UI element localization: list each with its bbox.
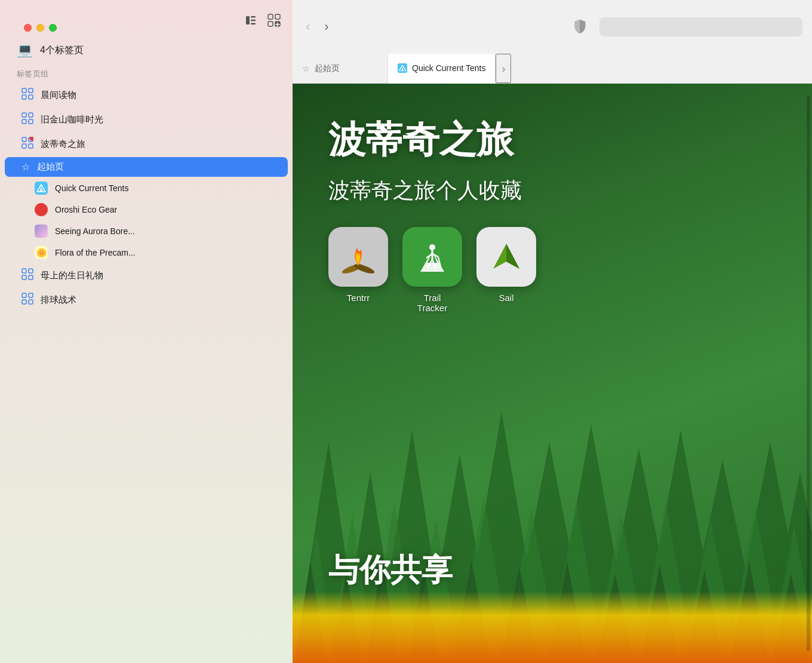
tab-group-icon <box>21 268 33 283</box>
app-icons-row: Tentrr <box>328 227 536 313</box>
device-row[interactable]: 💻 4个标签页 <box>0 32 293 58</box>
tent-tab-favicon <box>398 63 407 73</box>
section-label-tab-groups: 标签页组 <box>0 58 293 83</box>
sail-label: Sail <box>499 293 513 303</box>
app-icon-trail-tracker[interactable]: Trail Tracker <box>402 227 462 313</box>
sail-icon-box <box>476 227 536 287</box>
sidebar-item-bodhi[interactable]: 波蒂奇之旅 <box>5 133 288 156</box>
svg-rect-27 <box>22 275 26 280</box>
fire-strip <box>293 591 812 663</box>
sidebar-item-start-page[interactable]: ☆ 起始页 <box>5 157 288 177</box>
tab-group-icon-badge <box>21 137 33 152</box>
sidebar-toggle-button[interactable] <box>245 14 257 28</box>
sidebar-item-oroshi-eco-gear[interactable]: Oroshi Eco Gear <box>5 199 288 220</box>
trail-tracker-label: Trail Tracker <box>417 293 447 313</box>
sidebar: 💻 4个标签页 标签页组 晨间读物 旧金山咖啡时光 波蒂奇之旅 ☆ <box>0 0 293 663</box>
forward-button[interactable]: › <box>321 17 332 37</box>
browser-tab-start[interactable]: ☆ 起始页 <box>293 54 388 83</box>
svg-rect-20 <box>22 144 26 148</box>
svg-rect-21 <box>29 144 33 148</box>
page-scrollbar[interactable] <box>807 96 810 651</box>
svg-rect-6 <box>268 22 273 26</box>
svg-rect-31 <box>22 300 26 304</box>
sub-tab-label: Quick Current Tents <box>55 183 128 193</box>
minimize-button[interactable] <box>36 24 44 32</box>
browser-tab-tents[interactable]: Quick Current Tents <box>388 54 496 84</box>
sidebar-item-label: 母上的生日礼物 <box>41 270 103 281</box>
svg-rect-2 <box>251 20 256 22</box>
aurora-favicon <box>35 225 48 238</box>
shared-section-heading: 与你共享 <box>328 550 453 591</box>
svg-rect-18 <box>22 137 26 142</box>
svg-rect-16 <box>22 119 26 124</box>
page-main-heading: 波蒂奇之旅 <box>328 119 513 160</box>
sidebar-item-birthday[interactable]: 母上的生日礼物 <box>5 264 288 287</box>
svg-point-22 <box>30 137 34 141</box>
sidebar-item-label: 波蒂奇之旅 <box>41 139 85 150</box>
page-content: 波蒂奇之旅 波蒂奇之旅个人收藏 Tentrr <box>293 84 812 663</box>
laptop-icon: 💻 <box>17 42 33 58</box>
sidebar-item-aurora[interactable]: Seeing Aurora Bore... <box>5 221 288 241</box>
sidebar-item-quick-current-tents[interactable]: Quick Current Tents <box>5 178 288 198</box>
shield-button[interactable] <box>572 19 588 36</box>
sub-tab-label: Flora of the Precam... <box>55 248 136 257</box>
more-tabs-button[interactable]: › <box>496 54 511 83</box>
app-icon-tentrr[interactable]: Tentrr <box>328 227 388 313</box>
svg-marker-84 <box>506 244 519 269</box>
new-tab-group-button[interactable] <box>267 14 281 29</box>
sidebar-item-label: 起始页 <box>37 161 64 173</box>
tab-group-icon <box>21 88 33 103</box>
browser-tab-label: 起始页 <box>315 63 378 74</box>
svg-rect-12 <box>22 95 26 99</box>
tab-group-icon <box>21 293 33 308</box>
svg-point-76 <box>429 244 435 250</box>
svg-rect-29 <box>22 293 26 297</box>
close-button[interactable] <box>24 24 32 32</box>
star-icon: ☆ <box>302 64 310 73</box>
tentrr-label: Tentrr <box>347 293 370 303</box>
svg-rect-4 <box>268 14 273 19</box>
fullscreen-button[interactable] <box>49 24 57 32</box>
page-sub-heading: 波蒂奇之旅个人收藏 <box>328 176 522 205</box>
svg-rect-5 <box>275 14 280 19</box>
browser-area: ‹ › ☆ 起始页 Quick Current Tents › <box>293 0 812 663</box>
sidebar-toolbar-icons <box>245 14 281 29</box>
sidebar-item-label: 晨间读物 <box>41 90 76 101</box>
tab-count-label: 4个标签页 <box>40 44 84 57</box>
svg-rect-30 <box>29 293 33 297</box>
svg-rect-15 <box>29 113 33 117</box>
svg-rect-25 <box>22 269 26 273</box>
sub-tab-label: Oroshi Eco Gear <box>55 205 117 214</box>
tab-group-icon <box>21 112 33 127</box>
address-bar[interactable] <box>599 17 802 36</box>
sidebar-item-flora[interactable]: 🌼 Flora of the Precam... <box>5 243 288 263</box>
sidebar-item-volleyball[interactable]: 排球战术 <box>5 288 288 312</box>
flora-favicon: 🌼 <box>35 246 48 259</box>
sidebar-item-label: 旧金山咖啡时光 <box>41 114 103 125</box>
tent-favicon <box>35 182 48 195</box>
svg-rect-3 <box>251 23 256 25</box>
svg-rect-13 <box>29 95 33 99</box>
tab-bar: ☆ 起始页 Quick Current Tents › <box>293 54 812 84</box>
browser-toolbar: ‹ › <box>293 0 812 54</box>
tentrr-icon-box <box>328 227 388 287</box>
svg-rect-10 <box>22 88 26 93</box>
oroshi-favicon <box>35 203 48 216</box>
svg-marker-34 <box>401 67 404 71</box>
titlebar <box>0 0 293 32</box>
star-icon: ☆ <box>21 161 30 173</box>
app-icon-sail[interactable]: Sail <box>476 227 536 313</box>
sidebar-item-morning[interactable]: 晨间读物 <box>5 84 288 107</box>
svg-rect-17 <box>29 119 33 124</box>
sidebar-item-label: 排球战术 <box>41 294 76 306</box>
svg-rect-32 <box>29 300 33 304</box>
back-button[interactable]: ‹ <box>302 17 313 37</box>
sub-tab-label: Seeing Aurora Bore... <box>55 226 135 236</box>
svg-rect-26 <box>29 269 33 273</box>
svg-rect-1 <box>251 16 256 18</box>
svg-rect-11 <box>29 88 33 93</box>
sidebar-item-sf[interactable]: 旧金山咖啡时光 <box>5 108 288 131</box>
svg-rect-28 <box>29 275 33 280</box>
trail-icon-box <box>402 227 462 287</box>
svg-rect-0 <box>246 16 250 24</box>
